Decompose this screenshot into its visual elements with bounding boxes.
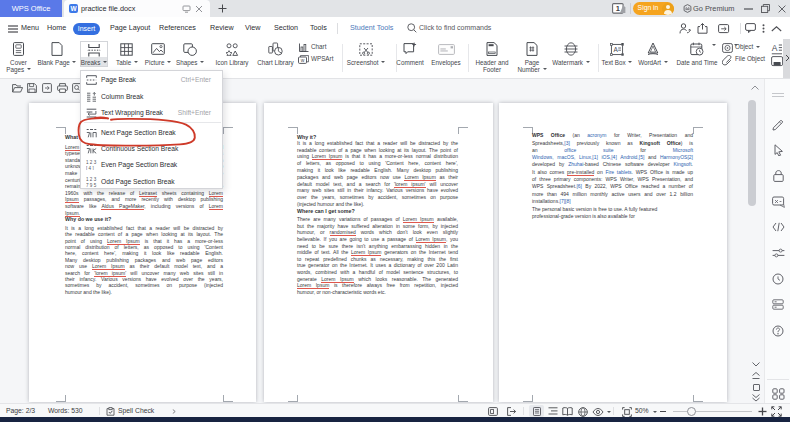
svg-text:w: w (301, 57, 305, 63)
svg-text:1 2 3: 1 2 3 (86, 161, 97, 166)
svg-text:A: A (772, 43, 778, 53)
svg-text:7 9 5: 7 9 5 (86, 182, 97, 186)
svg-text:1: 1 (616, 4, 620, 13)
svg-text:[ 4 ]: [ 4 ] (86, 166, 94, 170)
svg-text:A: A (613, 45, 618, 52)
svg-text:1 2 3: 1 2 3 (86, 177, 97, 182)
